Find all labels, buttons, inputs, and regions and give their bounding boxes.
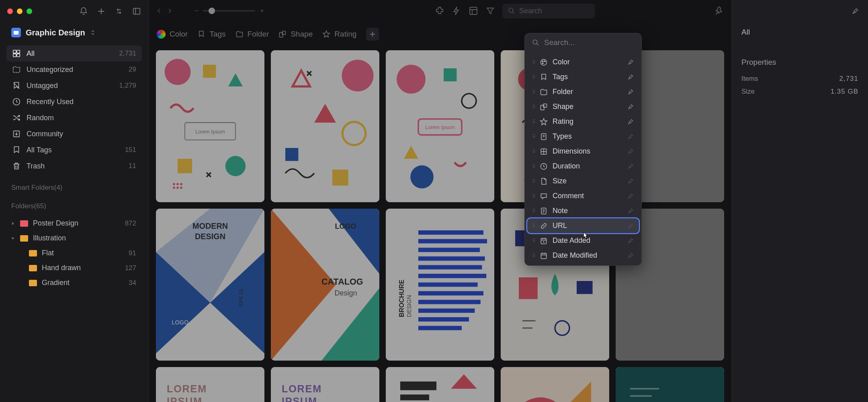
sidebar-item-community[interactable]: Community	[6, 126, 142, 142]
zoom-out-button[interactable]: −	[194, 7, 198, 14]
folders-header[interactable]: Folders(65)	[0, 195, 148, 213]
folder-poster-design[interactable]: Poster Design 872	[6, 216, 142, 231]
pin-icon[interactable]	[627, 237, 634, 244]
filter-tags[interactable]: Tags	[197, 30, 225, 39]
thumbnail[interactable]: LOGOCATALOGDesign	[271, 209, 379, 361]
add-icon[interactable]	[97, 7, 106, 16]
sidebar-item-untagged[interactable]: Untagged 1,279	[6, 78, 142, 94]
drag-handle-icon[interactable]: ⠿	[532, 238, 535, 244]
sidebar-item-alltags[interactable]: All Tags 151	[6, 142, 142, 158]
sidebar-toggle-icon[interactable]	[132, 7, 141, 16]
filter-color[interactable]: Color	[157, 30, 188, 39]
dropdown-item-comment[interactable]: ⠿Comment	[527, 189, 639, 203]
pin-icon[interactable]	[627, 222, 634, 230]
smart-folders-header[interactable]: Smart Folders(4)	[0, 176, 148, 195]
filter-icon[interactable]	[485, 6, 495, 16]
drag-handle-icon[interactable]: ⠿	[532, 208, 535, 214]
notifications-icon[interactable]	[79, 7, 88, 16]
dropdown-search[interactable]: Search...	[525, 33, 641, 52]
extension-icon[interactable]	[435, 6, 444, 16]
pin-icon[interactable]	[627, 148, 634, 155]
thumbnail[interactable]: Lorem Ipsum	[386, 50, 494, 202]
filter-folder[interactable]: Folder	[235, 30, 269, 39]
pin-icon[interactable]	[627, 207, 634, 215]
layout-icon[interactable]	[469, 6, 478, 16]
thumbnail[interactable]	[386, 367, 494, 402]
drag-handle-icon[interactable]: ⠿	[532, 134, 535, 139]
dropdown-item-dimensions[interactable]: ⠿Dimensions	[527, 144, 639, 159]
dropdown-item-tags[interactable]: ⠿Tags	[527, 70, 639, 84]
drag-handle-icon[interactable]: ⠿	[532, 164, 535, 169]
drag-handle-icon[interactable]: ⠿	[532, 59, 535, 65]
thumbnail[interactable]: Lorem Ipsum	[156, 50, 264, 202]
drag-handle-icon[interactable]: ⠿	[532, 119, 535, 125]
dropdown-item-size[interactable]: ⠿Size	[527, 174, 639, 189]
search-box[interactable]: Search	[502, 4, 595, 18]
thumbnail[interactable]: BROCHUREDESIGN	[386, 209, 494, 361]
folder-label: Gradient	[42, 279, 70, 287]
thumbnail[interactable]	[616, 367, 724, 402]
thumbnail[interactable]: LOREMIPSUM	[156, 367, 264, 402]
filter-shape[interactable]: Shape	[278, 30, 313, 39]
dropdown-item-duration[interactable]: ⠿Duration	[527, 159, 639, 174]
dropdown-item-shape[interactable]: ⠿Shape	[527, 99, 639, 114]
pin-icon[interactable]	[627, 88, 634, 96]
dropdown-item-types[interactable]: ⠿Types	[527, 129, 639, 144]
pin-icon[interactable]	[714, 6, 724, 16]
sync-icon[interactable]	[115, 7, 123, 16]
dropdown-item-date-modified[interactable]: ⠿Date Modified	[527, 248, 639, 263]
thumbnail[interactable]: LOREMIPSUM	[271, 367, 379, 402]
sidebar-item-random[interactable]: Random	[6, 110, 142, 126]
dropdown-item-note[interactable]: ⠿Note	[527, 203, 639, 218]
dropdown-item-folder[interactable]: ⠿Folder	[527, 84, 639, 99]
svg-point-26	[342, 59, 373, 91]
pin-icon[interactable]	[627, 59, 634, 66]
pin-icon[interactable]	[627, 252, 634, 259]
drag-handle-icon[interactable]: ⠿	[532, 89, 535, 95]
thumbnail[interactable]	[271, 50, 379, 202]
sidebar-item-label: All Tags	[27, 146, 52, 154]
sidebar-item-trash[interactable]: Trash 11	[6, 158, 142, 174]
folder-hand-drawn[interactable]: Hand drawn 127	[6, 260, 142, 275]
drag-handle-icon[interactable]: ⠿	[532, 193, 535, 199]
thumbnail[interactable]: MODERNDESIGNLOGOEPS 10	[156, 209, 264, 361]
sidebar-item-uncategorized[interactable]: Uncategorized 29	[6, 62, 142, 78]
drag-handle-icon[interactable]: ⠿	[532, 149, 535, 154]
sidebar-item-recent[interactable]: Recently Used	[6, 94, 142, 110]
pin-icon[interactable]	[627, 74, 634, 81]
sidebar-item-all[interactable]: All 2,731	[6, 45, 142, 62]
plus-icon	[369, 31, 376, 37]
back-button[interactable]	[156, 8, 162, 14]
drag-handle-icon[interactable]: ⠿	[532, 178, 535, 184]
minimize-window-button[interactable]	[17, 8, 23, 14]
pin-icon[interactable]	[627, 163, 634, 170]
pin-icon[interactable]	[627, 118, 634, 125]
pin-icon[interactable]	[851, 7, 859, 15]
bolt-icon[interactable]	[452, 6, 461, 16]
zoom-in-button[interactable]: +	[260, 7, 264, 14]
dimensions-icon	[540, 148, 548, 156]
folder-flat[interactable]: Flat 91	[6, 246, 142, 260]
zoom-thumb[interactable]	[209, 8, 215, 14]
pin-icon[interactable]	[627, 133, 634, 140]
close-window-button[interactable]	[7, 8, 13, 14]
inspector-tab-all[interactable]: All	[732, 22, 868, 43]
library-selector[interactable]: Graphic Design	[0, 22, 148, 43]
drag-handle-icon[interactable]: ⠿	[532, 74, 535, 80]
drag-handle-icon[interactable]: ⠿	[532, 253, 535, 258]
pin-icon[interactable]	[627, 103, 634, 111]
maximize-window-button[interactable]	[27, 8, 32, 14]
folder-gradient[interactable]: Gradient 34	[6, 275, 142, 290]
dropdown-item-rating[interactable]: ⠿Rating	[527, 114, 639, 129]
drag-handle-icon[interactable]: ⠿	[532, 223, 535, 229]
pin-icon[interactable]	[627, 178, 634, 185]
drag-handle-icon[interactable]: ⠿	[532, 104, 535, 110]
thumbnail[interactable]	[501, 367, 609, 402]
folder-illustration[interactable]: Illustration	[6, 231, 142, 246]
filter-rating[interactable]: Rating	[322, 30, 356, 39]
zoom-slider[interactable]	[203, 10, 255, 12]
pin-icon[interactable]	[627, 193, 634, 200]
add-filter-button[interactable]	[366, 28, 379, 41]
forward-button[interactable]	[166, 8, 173, 14]
dropdown-item-color[interactable]: ⠿Color	[527, 55, 639, 70]
